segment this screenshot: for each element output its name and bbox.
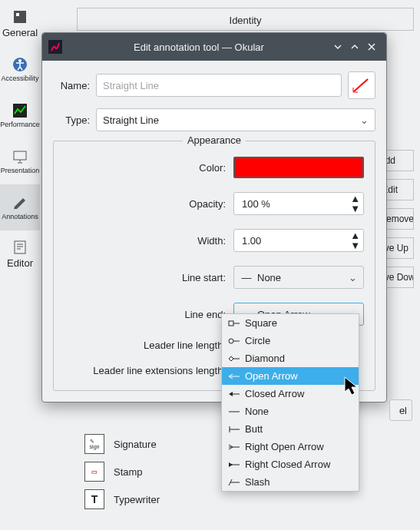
sidebar-editor[interactable]: Editor xyxy=(0,230,40,277)
closed-arrow-icon xyxy=(228,389,240,399)
open-arrow-icon xyxy=(228,371,240,382)
right-closed-arrow-icon xyxy=(228,459,240,470)
sidebar-general[interactable]: General xyxy=(0,0,40,46)
svg-rect-5 xyxy=(14,151,26,160)
chevron-down-icon: ⌄ xyxy=(349,272,357,283)
group-title: Appearance xyxy=(183,134,246,146)
performance-icon xyxy=(12,102,28,119)
dropdown-option-right-closed-arrow[interactable]: Right Closed Arrow xyxy=(222,455,359,473)
dropdown-option-none[interactable]: None xyxy=(222,402,359,420)
line-end-label: Line end: xyxy=(64,309,226,320)
titlebar[interactable]: Edit annotation tool — Okular xyxy=(42,33,386,61)
svg-rect-0 xyxy=(14,11,26,23)
diamond-icon xyxy=(228,353,240,364)
svg-rect-6 xyxy=(15,241,25,253)
type-select[interactable]: Straight Line ⌄ xyxy=(96,108,375,131)
list-label: Typewriter xyxy=(114,494,160,505)
option-label: Right Open Arrow xyxy=(245,441,324,452)
minimize-button[interactable] xyxy=(329,38,346,55)
dropdown-option-right-open-arrow[interactable]: Right Open Arrow xyxy=(222,438,359,455)
settings-sidebar: General Accessibility Performance Presen… xyxy=(0,0,40,530)
option-label: Closed Arrow xyxy=(245,388,304,399)
annotation-list: ✎sign Signature ▭ Stamp T Typewriter xyxy=(84,430,160,513)
sidebar-presentation[interactable]: Presentation xyxy=(0,138,40,184)
none-icon xyxy=(228,406,240,417)
opacity-label: Opacity: xyxy=(64,198,226,210)
type-value: Straight Line xyxy=(103,114,159,126)
option-label: Circle xyxy=(245,335,270,346)
sidebar-label: Performance xyxy=(0,121,40,128)
svg-line-11 xyxy=(354,79,368,91)
dropdown-option-closed-arrow[interactable]: Closed Arrow xyxy=(222,385,359,402)
dialog-title: Edit annotation tool — Okular xyxy=(68,41,329,53)
tool-preview xyxy=(348,71,375,99)
stamp-icon: ▭ xyxy=(84,462,104,482)
list-item[interactable]: ▭ Stamp xyxy=(84,458,160,485)
opacity-value: 100 % xyxy=(242,198,270,210)
okular-icon xyxy=(48,40,62,54)
dropdown-option-diamond[interactable]: Diamond xyxy=(222,349,359,367)
sidebar-label: Editor xyxy=(7,257,33,269)
sidebar-label: Accessibility xyxy=(1,75,38,82)
sidebar-performance[interactable]: Performance xyxy=(0,92,40,138)
sidebar-annotations[interactable]: Annotations xyxy=(0,184,40,230)
accessibility-icon xyxy=(12,56,28,73)
line-start-value: None xyxy=(257,272,281,283)
name-input[interactable]: Straight Line xyxy=(96,74,342,97)
sidebar-label: Annotations xyxy=(2,213,38,220)
svg-rect-1 xyxy=(16,13,19,16)
butt-icon xyxy=(228,424,240,435)
leader-length-label: Leader line length: xyxy=(64,340,226,351)
dropdown-option-butt[interactable]: Butt xyxy=(222,420,359,438)
none-icon: — xyxy=(240,272,253,283)
spin-arrows-icon[interactable]: ▲▼ xyxy=(350,230,360,250)
color-picker[interactable] xyxy=(233,157,364,178)
identity-header: Identity xyxy=(77,8,414,31)
option-label: Diamond xyxy=(245,353,285,364)
leader-ext-label: Leader line extensions length: xyxy=(64,365,226,376)
line-end-dropdown: Square Circle Diamond Open Arrow Closed … xyxy=(221,313,359,492)
right-open-arrow-icon xyxy=(228,442,240,452)
list-label: Signature xyxy=(114,439,157,450)
annotations-icon xyxy=(12,194,28,211)
opacity-spinbox[interactable]: 100 % ▲▼ xyxy=(233,192,364,215)
general-icon xyxy=(12,8,28,25)
sidebar-accessibility[interactable]: Accessibility xyxy=(0,46,40,92)
name-placeholder: Straight Line xyxy=(103,80,159,91)
line-start-combo[interactable]: —None ⌄ xyxy=(233,266,364,289)
spin-arrows-icon[interactable]: ▲▼ xyxy=(350,194,360,214)
slash-icon xyxy=(228,477,240,488)
list-label: Stamp xyxy=(114,466,143,478)
type-label: Type: xyxy=(53,114,90,126)
sidebar-label: General xyxy=(2,27,38,38)
option-label: Slash xyxy=(245,476,270,488)
option-label: Open Arrow xyxy=(245,370,298,382)
line-start-label: Line start: xyxy=(64,272,226,283)
dropdown-option-open-arrow[interactable]: Open Arrow xyxy=(222,367,359,385)
option-label: Right Closed Arrow xyxy=(245,459,330,470)
presentation-icon xyxy=(12,148,28,165)
svg-point-3 xyxy=(18,59,21,62)
color-label: Color: xyxy=(64,162,226,174)
width-value: 1.00 xyxy=(242,235,261,247)
circle-icon xyxy=(228,336,240,346)
close-button[interactable] xyxy=(363,38,380,55)
cancel-button[interactable]: el xyxy=(389,399,412,421)
list-item[interactable]: T Typewriter xyxy=(84,485,160,513)
option-label: Square xyxy=(245,317,277,329)
maximize-button[interactable] xyxy=(346,38,363,55)
square-icon xyxy=(228,318,240,329)
svg-rect-14 xyxy=(229,321,233,326)
svg-point-16 xyxy=(229,339,233,343)
dropdown-option-square[interactable]: Square xyxy=(222,314,359,332)
dropdown-option-circle[interactable]: Circle xyxy=(222,332,359,349)
option-label: None xyxy=(245,406,269,417)
list-item[interactable]: ✎sign Signature xyxy=(84,430,160,458)
chevron-down-icon: ⌄ xyxy=(360,114,369,126)
editor-icon xyxy=(12,239,28,256)
dropdown-option-slash[interactable]: Slash xyxy=(222,473,359,491)
name-label: Name: xyxy=(53,80,90,91)
signature-icon: ✎sign xyxy=(84,434,104,454)
width-label: Width: xyxy=(64,235,226,247)
width-spinbox[interactable]: 1.00 ▲▼ xyxy=(233,229,364,252)
